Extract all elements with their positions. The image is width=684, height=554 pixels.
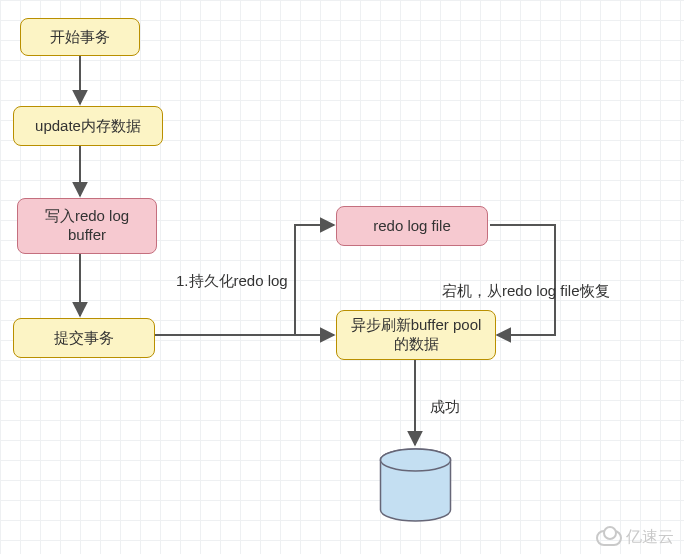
node-start-transaction: 开始事务 <box>20 18 140 56</box>
watermark: 亿速云 <box>596 527 674 548</box>
node-write-redo-log-buffer: 写入redo log buffer <box>17 198 157 254</box>
node-async-flush-buffer-pool: 异步刷新buffer pool的数据 <box>336 310 496 360</box>
node-commit-transaction: 提交事务 <box>13 318 155 358</box>
edge-label-crash-recover: 宕机，从redo log file恢复 <box>442 282 610 301</box>
edge-label-success: 成功 <box>430 398 460 417</box>
node-update-memory: update内存数据 <box>13 106 163 146</box>
node-redo-log-file: redo log file <box>336 206 488 246</box>
watermark-text: 亿速云 <box>626 527 674 548</box>
svg-point-6 <box>381 449 451 471</box>
database-cylinder-icon <box>378 448 453 528</box>
cloud-icon <box>596 530 622 546</box>
flow-connectors <box>0 0 684 554</box>
edge-label-persist-redo-log: 1.持久化redo log <box>176 272 288 291</box>
